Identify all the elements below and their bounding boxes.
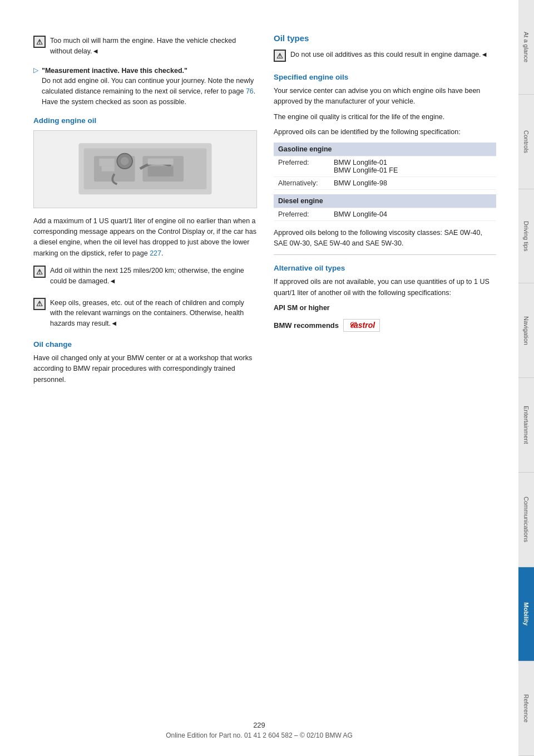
footer-text: Online Edition for Part no. 01 41 2 604 …: [0, 732, 518, 739]
warning-icon-3: ⚠: [33, 298, 46, 310]
diesel-engine-header: Diesel engine: [274, 194, 496, 208]
alternatively-value: BMW Longlife-98: [329, 176, 496, 189]
oil-change-heading: Oil change: [33, 340, 257, 348]
bmw-recommends-section: BMW recommends 𝒞astrol: [274, 319, 496, 332]
tab-entertainment[interactable]: Entertainment: [518, 378, 534, 473]
right-column: Oil types ⚠ Do not use oil additives as …: [274, 33, 496, 390]
left-column: ⚠ Too much oil will harm the engine. Hav…: [33, 33, 257, 390]
specified-engine-oils-heading: Specified engine oils: [274, 73, 496, 81]
side-navigation: At a glance Controls Driving tips Naviga…: [518, 0, 534, 756]
page-number: 229: [0, 721, 518, 729]
viscosity-text: Approved oils belong to the following vi…: [274, 228, 496, 249]
tab-communications[interactable]: Communications: [518, 473, 534, 567]
alt-oil-text: If approved oils are not available, you …: [274, 277, 496, 298]
tab-at-a-glance[interactable]: At a glance: [518, 0, 534, 95]
gasoline-engine-header: Gasoline engine: [274, 143, 496, 156]
svg-rect-9: [148, 166, 174, 176]
warning-keep-oils: ⚠ Keep oils, greases, etc. out of the re…: [33, 296, 257, 331]
diesel-preferred-value: BMW Longlife-04: [329, 208, 496, 220]
tab-driving-tips[interactable]: Driving tips: [518, 189, 534, 284]
warning-icon-1: ⚠: [33, 36, 46, 48]
tab-navigation[interactable]: Navigation: [518, 283, 534, 378]
section-divider: [274, 254, 496, 255]
warning-oil-additives: ⚠ Do not use oil additives as this could…: [274, 47, 496, 64]
specified-text-3: Approved oils can be identified by the f…: [274, 127, 496, 138]
measurement-inactive-item: ▷ "Measurement inactive. Have this check…: [33, 66, 257, 107]
svg-rect-8: [148, 159, 174, 165]
warning-too-much-oil: ⚠ Too much oil will harm the engine. Hav…: [33, 33, 257, 59]
svg-rect-6: [99, 159, 115, 166]
warning-add-oil: ⚠ Add oil within the next 125 miles/200 …: [33, 263, 257, 289]
page-link-76[interactable]: 76: [246, 87, 254, 95]
tab-reference[interactable]: Reference: [518, 661, 534, 756]
castrol-logo: 𝒞astrol: [343, 319, 380, 332]
specified-text-1: Your service center can advise you on wh…: [274, 86, 496, 107]
warning-text-oil: Do not use oil additives as this could r…: [290, 50, 488, 60]
alternatively-label: Alternatively:: [274, 176, 329, 189]
warning-text-2: Add oil within the next 125 miles/200 km…: [50, 266, 257, 287]
diesel-preferred-label: Preferred:: [274, 208, 329, 220]
tab-mobility[interactable]: Mobility: [518, 567, 534, 662]
bullet-content-measurement: "Measurement inactive. Have this checked…: [42, 66, 257, 107]
preferred-label: Preferred:: [274, 156, 329, 176]
preferred-value: BMW Longlife-01 BMW Longlife-01 FE: [329, 156, 496, 176]
adding-engine-oil-heading: Adding engine oil: [33, 116, 257, 125]
oil-types-heading: Oil types: [274, 33, 496, 43]
warning-text-3: Keep oils, greases, etc. out of the reac…: [50, 298, 257, 329]
add-oil-text: Add a maximum of 1 US quart/1 liter of e…: [33, 216, 257, 259]
warning-icon-oil: ⚠: [274, 50, 286, 62]
page-footer: 229 Online Edition for Part no. 01 41 2 …: [0, 721, 518, 739]
warning-icon-2: ⚠: [33, 266, 46, 278]
alternative-oil-types-heading: Alternative oil types: [274, 264, 496, 272]
page-link-227[interactable]: 227: [150, 249, 161, 257]
bullet-arrow-icon: ▷: [33, 66, 38, 107]
warning-text-1: Too much oil will harm the engine. Have …: [50, 36, 257, 57]
engine-image: [33, 130, 257, 208]
oil-specification-table: Gasoline engine Preferred: BMW Longlife-…: [274, 143, 496, 221]
tab-controls[interactable]: Controls: [518, 95, 534, 189]
api-text: API SM or higher: [274, 303, 496, 313]
engine-diagram-svg: [56, 138, 234, 199]
svg-rect-7: [102, 166, 115, 171]
page-content: ⚠ Too much oil will harm the engine. Hav…: [0, 0, 518, 412]
svg-point-5: [121, 157, 129, 165]
oil-change-text: Have oil changed only at your BMW center…: [33, 353, 257, 385]
specified-text-2: The engine oil quality is critical for t…: [274, 112, 496, 122]
bmw-recommends-label: BMW recommends: [274, 321, 339, 330]
